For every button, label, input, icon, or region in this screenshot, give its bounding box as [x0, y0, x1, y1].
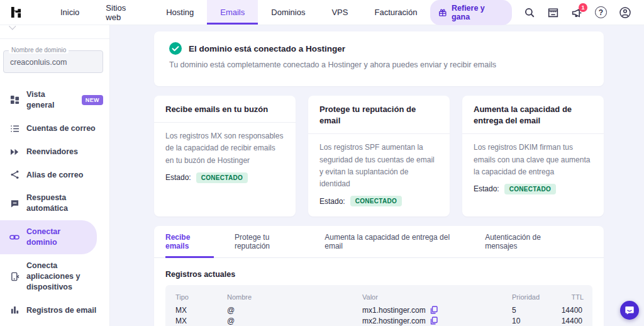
sidebar-item-label: Registros de email — [26, 305, 96, 316]
card-title: Recibe emails en tu buzón — [154, 96, 296, 123]
cell-ttl: 14400 — [538, 317, 582, 325]
sidebar-item-registros-de-email[interactable]: Registros de email — [0, 299, 109, 322]
spf-card: Protege tu reputación de email Los regis… — [308, 96, 450, 216]
sidebar-item-label: Alias de correo — [26, 170, 83, 181]
sidebar-item-label: Conecta aplicaciones y dispositivos — [26, 261, 101, 293]
copy-icon[interactable] — [430, 306, 438, 314]
card-description: Los registros DKIM firman tus emails con… — [474, 142, 592, 178]
sidebar-item-alias-de-correo[interactable]: Alias de correo — [0, 164, 109, 187]
sidebar-item-reenviadores[interactable]: Reenviadores — [0, 140, 109, 164]
sidebar-item-respuesta-automatica[interactable]: Respuesta automática — [0, 186, 109, 220]
records-section: Recibe emails Protege tu reputación Aume… — [154, 226, 604, 326]
table-row: MX @ mx2.hostinger.com 10 14400 — [175, 315, 582, 326]
current-records-heading: Registros actuales — [165, 270, 592, 279]
tab-protege-reputacion[interactable]: Protege tu reputación — [235, 226, 304, 258]
top-nav: Inicio Sitios web Hosting Emails Dominio… — [0, 0, 644, 25]
main-nav: Inicio Sitios web Hosting Emails Dominio… — [47, 0, 430, 25]
tab-recibe-emails[interactable]: Recibe emails — [165, 226, 214, 258]
mx-card: Recibe emails en tu buzón Los registros … — [154, 96, 296, 216]
banner-subtitle: Tu dominio está completamente conectado … — [169, 60, 589, 69]
col-valor: Valor — [362, 293, 512, 301]
search-button[interactable] — [524, 7, 535, 18]
store-button[interactable] — [547, 7, 559, 18]
nav-item-facturacion[interactable]: Facturación — [361, 0, 430, 25]
domain-connected-banner: El dominio está conectado a Hostinger Tu… — [154, 31, 604, 86]
cell-valor: mx2.hostinger.com — [362, 317, 426, 325]
help-icon: ? — [595, 6, 607, 18]
cell-ttl: 14400 — [538, 306, 582, 315]
refer-label: Refiere y gana — [452, 4, 504, 21]
record-cards-row: Recibe emails en tu buzón Los registros … — [154, 96, 604, 216]
storefront-icon — [547, 7, 559, 18]
link-icon — [9, 233, 19, 241]
chat-widget-button[interactable] — [620, 301, 639, 320]
current-records-table: Tipo Nombre Valor Prioridad TTL MX @ mx1… — [165, 285, 592, 326]
sidebar-item-conecta-aplicaciones[interactable]: Conecta aplicaciones y dispositivos — [0, 254, 109, 299]
banner-title: El dominio está conectado a Hostinger — [189, 44, 345, 53]
hostinger-logo-icon — [10, 6, 22, 18]
sidebar-item-label: Respuesta automática — [26, 193, 101, 214]
sidebar: Nombre de dominio creaconluis.com Vista … — [0, 25, 110, 326]
cell-tipo: MX — [175, 317, 227, 325]
card-description: Los registros SPF aumentan la seguridad … — [319, 142, 438, 190]
copy-icon[interactable] — [430, 317, 438, 325]
nav-right-cluster: Refiere y gana 1 ? — [430, 0, 644, 25]
chat-icon — [9, 199, 19, 208]
main-content: El dominio está conectado a Hostinger Tu… — [110, 25, 644, 326]
announcements-button[interactable]: 1 — [571, 7, 583, 18]
grid-icon — [9, 95, 19, 104]
domain-selector-value: creaconluis.com — [10, 58, 67, 67]
table-header-row: Tipo Nombre Valor Prioridad TTL — [175, 291, 582, 302]
status-badge: CONECTADO — [196, 172, 248, 183]
nav-item-inicio[interactable]: Inicio — [47, 0, 92, 25]
hostinger-logo[interactable] — [10, 0, 22, 25]
status-label: Estado: — [474, 184, 499, 193]
sidebar-item-label: Reenviadores — [26, 147, 78, 157]
cell-prioridad: 5 — [512, 306, 538, 315]
bar-chart-icon — [9, 305, 19, 315]
sidebar-item-cuentas-de-correo[interactable]: Cuentas de correo — [0, 117, 109, 140]
list-icon — [9, 124, 19, 133]
nav-item-dominios[interactable]: Dominios — [258, 0, 318, 25]
account-button[interactable] — [619, 6, 631, 19]
sidebar-menu: Vista general NEW Cuentas de correo Reen… — [0, 83, 109, 326]
domain-selector-label: Nombre de dominio — [9, 47, 69, 53]
device-icon — [9, 272, 19, 281]
cell-nombre: @ — [227, 317, 362, 325]
sidebar-item-label: Vista general — [26, 89, 75, 111]
domain-selector[interactable]: Nombre de dominio creaconluis.com — [3, 50, 103, 73]
sidebar-item-conectar-dominio[interactable]: Conectar dominio — [0, 220, 97, 254]
refer-and-earn-button[interactable]: Refiere y gana — [430, 0, 512, 25]
help-button[interactable]: ? — [595, 6, 607, 18]
cell-prioridad: 10 — [512, 317, 538, 325]
status-label: Estado: — [319, 197, 345, 206]
sidebar-item-label: Conectar dominio — [26, 227, 91, 248]
dkim-card: Aumenta la capacidad de entrega del emai… — [462, 96, 604, 216]
sidebar-item-vista-general[interactable]: Vista general NEW — [0, 83, 109, 117]
new-badge: NEW — [82, 95, 103, 105]
col-prioridad: Prioridad — [512, 293, 540, 301]
notification-badge: 1 — [579, 3, 587, 12]
nav-item-emails[interactable]: Emails — [207, 0, 258, 25]
sidebar-item-label: Cuentas de correo — [26, 123, 96, 134]
tab-autenticacion-mensajes[interactable]: Autenticación de mensajes — [485, 226, 572, 258]
card-title: Protege tu reputación de email — [308, 96, 450, 134]
status-badge: CONECTADO — [504, 184, 556, 194]
tab-capacidad-entrega[interactable]: Aumenta la capacidad de entrega del emai… — [325, 226, 464, 258]
card-description: Los registros MX son responsables de la … — [165, 130, 284, 167]
cell-valor: mx1.hostinger.com — [362, 306, 426, 315]
cell-tipo: MX — [175, 306, 227, 315]
col-tipo: Tipo — [175, 293, 227, 301]
user-avatar-icon — [619, 6, 631, 19]
status-badge: CONECTADO — [350, 196, 402, 206]
nav-item-vps[interactable]: VPS — [318, 0, 361, 25]
share-icon — [9, 170, 19, 179]
nav-item-hosting[interactable]: Hosting — [153, 0, 207, 25]
nav-item-sitios-web[interactable]: Sitios web — [92, 0, 153, 25]
card-title: Aumenta la capacidad de entrega del emai… — [462, 96, 604, 134]
forward-icon — [9, 148, 19, 156]
records-tabs: Recibe emails Protege tu reputación Aume… — [154, 226, 604, 258]
col-nombre: Nombre — [227, 293, 362, 301]
sidebar-item-importacion-de-email[interactable]: Importación de email — [0, 322, 109, 326]
search-icon — [524, 7, 535, 18]
